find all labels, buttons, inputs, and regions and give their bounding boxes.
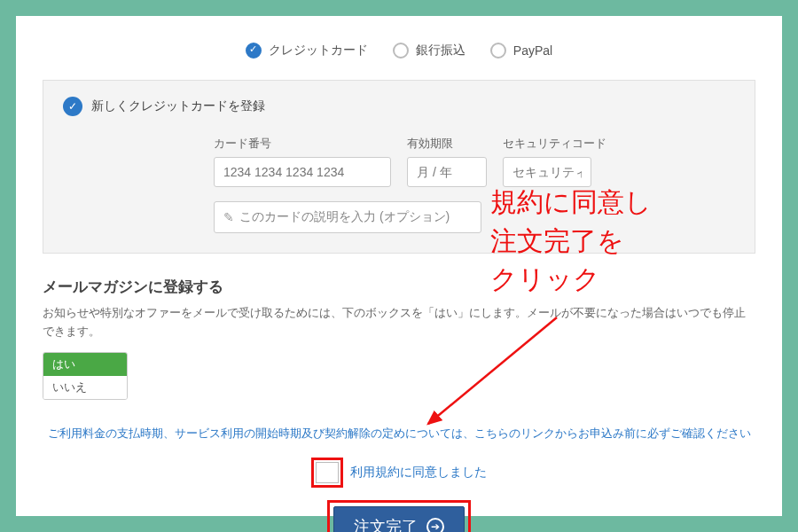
radio-bank-transfer[interactable]: 銀行振込 bbox=[393, 43, 466, 59]
card-security-label: セキュリティコード bbox=[503, 136, 606, 152]
newsletter-no[interactable]: いいえ bbox=[43, 376, 127, 399]
check-icon: ✓ bbox=[63, 97, 82, 116]
radio-label: クレジットカード bbox=[269, 43, 368, 59]
radio-icon bbox=[490, 43, 506, 59]
agree-terms-row: 利用規約に同意しました bbox=[43, 458, 755, 488]
newsletter-toggle[interactable]: はい いいえ bbox=[43, 352, 128, 400]
card-description-placeholder: このカードの説明を入力 (オプション) bbox=[239, 209, 450, 225]
agree-terms-label: 利用規約に同意しました bbox=[350, 465, 487, 481]
radio-credit-card[interactable]: クレジットカード bbox=[246, 43, 368, 59]
card-number-input[interactable] bbox=[214, 157, 391, 187]
order-complete-button[interactable]: 注文完了 ➔ bbox=[333, 506, 465, 532]
register-new-label: 新しくクレジットカードを登録 bbox=[91, 98, 265, 114]
payment-method-row: クレジットカード 銀行振込 PayPal bbox=[43, 43, 755, 59]
card-number-block: カード番号 bbox=[214, 136, 391, 187]
radio-icon bbox=[393, 43, 409, 59]
newsletter-yes[interactable]: はい bbox=[43, 353, 127, 376]
annotation-highlight-checkbox bbox=[311, 458, 343, 488]
radio-label: PayPal bbox=[513, 43, 552, 58]
annotation-line1: 規約に同意し bbox=[490, 183, 652, 222]
terms-info-link[interactable]: ご利用料金の支払時期、サービス利用の開始時期及び契約解除の定めについては、こちら… bbox=[43, 426, 755, 442]
card-desc-row: ✎ このカードの説明を入力 (オプション) bbox=[214, 201, 735, 233]
newsletter-desc: お知らせや特別なオファーをメールで受け取るためには、下のボックスを「はい」にしま… bbox=[43, 304, 755, 341]
checkout-page: クレジットカード 銀行振込 PayPal ✓ 新しくクレジットカードを登録 カー… bbox=[16, 16, 782, 516]
pencil-icon: ✎ bbox=[223, 210, 234, 224]
annotation-line2: 注文完了を bbox=[490, 222, 652, 261]
card-expiry-label: 有効期限 bbox=[407, 136, 487, 152]
radio-paypal[interactable]: PayPal bbox=[490, 43, 552, 59]
agree-terms-checkbox[interactable] bbox=[316, 462, 339, 483]
annotation-highlight-submit: 注文完了 ➔ bbox=[327, 500, 471, 532]
radio-label: 銀行振込 bbox=[416, 43, 466, 59]
register-new-card-option[interactable]: ✓ 新しくクレジットカードを登録 bbox=[63, 97, 735, 116]
card-security-block: セキュリティコード bbox=[503, 136, 606, 187]
card-description-input[interactable]: ✎ このカードの説明を入力 (オプション) bbox=[214, 201, 481, 233]
arrow-right-icon: ➔ bbox=[426, 518, 444, 532]
annotation-text: 規約に同意し 注文完了を クリック bbox=[490, 183, 652, 299]
annotation-line3: クリック bbox=[490, 260, 652, 299]
card-number-label: カード番号 bbox=[214, 136, 391, 152]
submit-row: 注文完了 ➔ bbox=[43, 500, 755, 532]
card-expiry-block: 有効期限 bbox=[407, 136, 487, 187]
submit-label: 注文完了 bbox=[354, 516, 418, 532]
card-fields-row: カード番号 有効期限 セキュリティコード bbox=[214, 136, 735, 187]
check-icon bbox=[246, 43, 262, 59]
card-expiry-input[interactable] bbox=[407, 157, 487, 187]
